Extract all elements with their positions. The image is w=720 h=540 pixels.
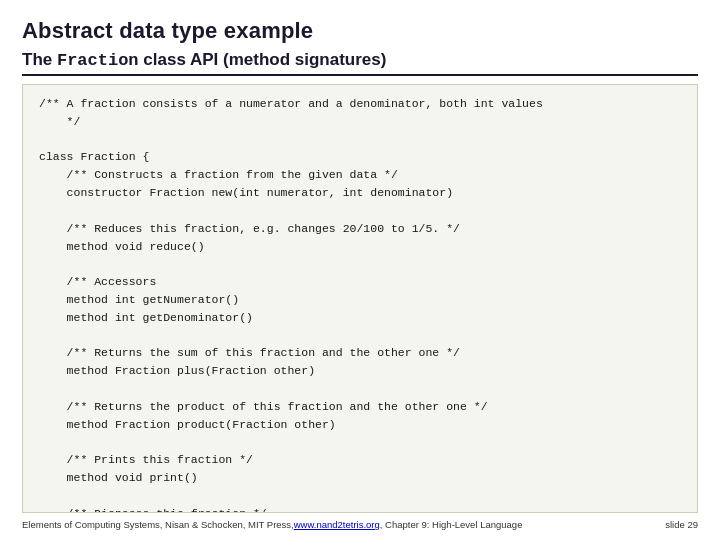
slide-subtitle: The Fraction class API (method signature… [22, 50, 698, 76]
footer-text: Elements of Computing Systems, Nisan & S… [22, 519, 294, 530]
code-box: /** A fraction consists of a numerator a… [22, 84, 698, 513]
code-content: /** A fraction consists of a numerator a… [39, 95, 681, 513]
subtitle-code: Fraction [57, 51, 139, 70]
subtitle-text: The [22, 50, 57, 69]
slide-title: Abstract data type example [22, 18, 698, 44]
slide-number: slide 29 [665, 519, 698, 530]
footer-end: , Chapter 9: High-Level Language [380, 519, 523, 530]
subtitle-rest: class API (method signatures) [139, 50, 387, 69]
footer-link[interactable]: www.nand2tetris.org [294, 519, 380, 530]
slide-container: Abstract data type example The Fraction … [0, 0, 720, 540]
footer: Elements of Computing Systems, Nisan & S… [22, 519, 698, 530]
